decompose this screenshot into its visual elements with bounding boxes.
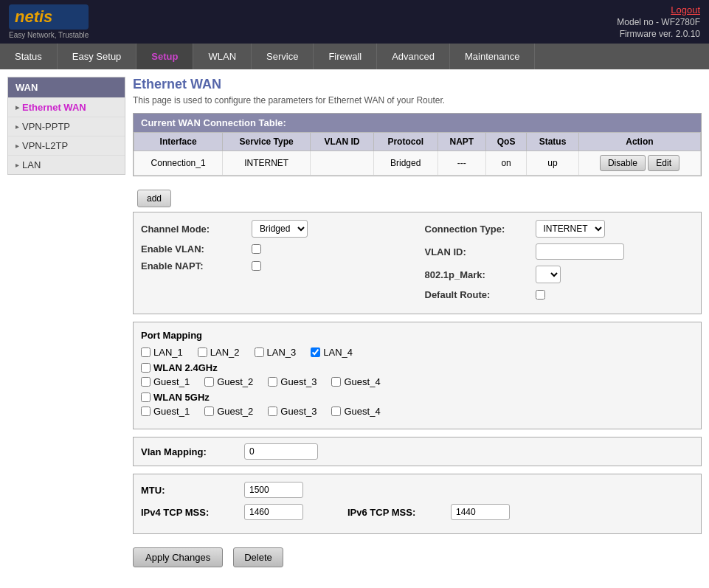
col-qos: QoS xyxy=(486,133,527,151)
ipv4-tcp-mss-input[interactable] xyxy=(244,504,303,520)
nav-maintenance[interactable]: Maintenance xyxy=(450,44,535,69)
disable-button[interactable]: Disable xyxy=(600,155,646,171)
lan3-checkbox[interactable] xyxy=(255,347,264,357)
nav-firewall[interactable]: Firewall xyxy=(314,44,377,69)
mtu-section: MTU: IPv4 TCP MSS: IPv6 TCP MSS: xyxy=(133,474,702,534)
wlan5-checkbox[interactable] xyxy=(141,392,151,402)
col-action: Action xyxy=(578,133,700,151)
cell-napt: --- xyxy=(437,151,486,176)
wlan5-guest4-item: Guest_4 xyxy=(331,406,380,417)
wlan24-guest4-checkbox[interactable] xyxy=(331,377,341,387)
wlan5-guest1-checkbox[interactable] xyxy=(141,407,151,416)
lan2-checkbox[interactable] xyxy=(198,347,207,357)
enable-napt-checkbox[interactable] xyxy=(252,261,261,271)
lan4-label: LAN_4 xyxy=(323,347,353,358)
vlan-mapping-input[interactable] xyxy=(244,443,318,460)
wlan5-guest2-item: Guest_2 xyxy=(204,406,253,417)
wlan24-guest4-item: Guest_4 xyxy=(331,376,380,387)
sidebar-item-lan[interactable]: ▸ LAN xyxy=(8,155,125,174)
wlan5-guests-row: Guest_1 Guest_2 Guest_3 Guest_4 xyxy=(141,406,694,417)
connection-type-label: Connection Type: xyxy=(425,224,528,235)
port-mapping-title: Port Mapping xyxy=(141,330,694,341)
col-napt: NAPT xyxy=(437,133,486,151)
wlan5-guest3-label: Guest_3 xyxy=(280,406,317,417)
port-mapping-section: Port Mapping LAN_1 LAN_2 LAN_3 LAN_4 xyxy=(133,322,702,429)
sidebar-item-vpn-l2tp[interactable]: ▸ VPN-L2TP xyxy=(8,136,125,155)
wlan5-label: WLAN 5GHz xyxy=(153,392,210,403)
logo-text: netis xyxy=(15,7,52,26)
lan3-item: LAN_3 xyxy=(255,347,297,358)
col-status: Status xyxy=(527,133,579,151)
wlan24-guest3-checkbox[interactable] xyxy=(268,377,277,387)
vlan-id-input[interactable] xyxy=(536,243,624,260)
wlan5-guest4-checkbox[interactable] xyxy=(331,407,341,416)
default-route-checkbox[interactable] xyxy=(536,290,545,300)
delete-button[interactable]: Delete xyxy=(233,547,283,567)
sidebar-item-vpn-pptp[interactable]: ▸ VPN-PPTP xyxy=(8,117,125,136)
nav-easy-setup[interactable]: Easy Setup xyxy=(58,44,137,69)
tagline: Easy Network, Trustable xyxy=(9,31,89,39)
wlan24-guest1-item: Guest_1 xyxy=(141,376,190,387)
form-col-left: Channel Mode: Bridged Routing Enable VLA… xyxy=(141,220,410,306)
ipv6-tcp-mss-input[interactable] xyxy=(451,504,510,520)
mtu-label: MTU: xyxy=(141,485,237,496)
vlan-mapping-row: Vlan Mapping: xyxy=(141,443,694,460)
firmware-info: Firmware ver. 2.0.10 xyxy=(617,29,700,39)
wan-table-header: Current WAN Connection Table: xyxy=(134,114,701,132)
wlan24-checkbox[interactable] xyxy=(141,363,151,373)
wlan24-guest1-checkbox[interactable] xyxy=(141,377,151,387)
apply-changes-button[interactable]: Apply Changes xyxy=(133,547,223,567)
nav: Status Easy Setup Setup WLAN Service Fir… xyxy=(0,44,709,69)
sidebar-item-ethernet-wan[interactable]: ▸ Ethernet WAN xyxy=(8,97,125,117)
model-info: Model no - WF2780F xyxy=(617,17,700,27)
wlan5-guest2-label: Guest_2 xyxy=(217,406,253,417)
mark-802-1p-select[interactable] xyxy=(536,266,561,283)
vlan-mapping-label: Vlan Mapping: xyxy=(141,446,237,457)
sidebar-bullet-1: ▸ xyxy=(15,103,19,111)
wlan5-guest3-checkbox[interactable] xyxy=(268,407,277,416)
default-route-label: Default Route: xyxy=(425,289,528,300)
lan-row: LAN_1 LAN_2 LAN_3 LAN_4 xyxy=(141,347,694,358)
vlan-mapping-section: Vlan Mapping: xyxy=(133,437,702,466)
enable-napt-label: Enable NAPT: xyxy=(141,260,244,271)
connection-type-select[interactable]: INTERNET xyxy=(536,220,605,238)
wan-table: Interface Service Type VLAN ID Protocol … xyxy=(134,132,701,176)
header: netis Easy Network, Trustable Logout Mod… xyxy=(0,0,709,44)
nav-wlan[interactable]: WLAN xyxy=(193,44,252,69)
nav-service[interactable]: Service xyxy=(252,44,314,69)
form-col-right: Connection Type: INTERNET VLAN ID: 802.1… xyxy=(425,220,694,306)
wlan24-guest3-item: Guest_3 xyxy=(268,376,317,387)
mtu-input[interactable] xyxy=(244,482,303,498)
lan4-item: LAN_4 xyxy=(311,347,353,358)
channel-mode-select[interactable]: Bridged Routing xyxy=(252,220,308,238)
edit-button[interactable]: Edit xyxy=(648,155,679,171)
connection-type-row: Connection Type: INTERNET xyxy=(425,220,694,238)
ipv6-tcp-mss-label: IPv6 TCP MSS: xyxy=(347,507,443,518)
cell-vlan-id xyxy=(311,151,374,176)
wlan24-guest4-label: Guest_4 xyxy=(344,376,380,387)
col-protocol: Protocol xyxy=(373,133,437,151)
col-vlan-id: VLAN ID xyxy=(311,133,374,151)
lan1-checkbox[interactable] xyxy=(141,347,151,357)
wlan5-guest1-label: Guest_1 xyxy=(153,406,190,417)
col-service-type: Service Type xyxy=(223,133,311,151)
lan4-checkbox[interactable] xyxy=(311,347,320,357)
cell-service-type: INTERNET xyxy=(223,151,311,176)
logout-link[interactable]: Logout xyxy=(671,4,700,15)
add-button[interactable]: add xyxy=(137,190,171,207)
cell-qos: on xyxy=(486,151,527,176)
nav-setup[interactable]: Setup xyxy=(136,44,193,69)
enable-vlan-checkbox[interactable] xyxy=(252,244,261,254)
logo-box: netis xyxy=(9,4,89,30)
tcp-mss-row: IPv4 TCP MSS: IPv6 TCP MSS: xyxy=(141,504,694,520)
wlan5-guest2-checkbox[interactable] xyxy=(204,407,214,416)
nav-status[interactable]: Status xyxy=(0,44,58,69)
wlan24-guest2-checkbox[interactable] xyxy=(204,377,214,387)
vlan-id-label: VLAN ID: xyxy=(425,246,528,257)
enable-vlan-row: Enable VLAN: xyxy=(141,243,410,255)
header-right: Logout Model no - WF2780F Firmware ver. … xyxy=(617,4,700,39)
nav-advanced[interactable]: Advanced xyxy=(377,44,450,69)
cell-interface: Connection_1 xyxy=(134,151,223,176)
vlan-id-row: VLAN ID: xyxy=(425,243,694,260)
mark-row: 802.1p_Mark: xyxy=(425,266,694,283)
